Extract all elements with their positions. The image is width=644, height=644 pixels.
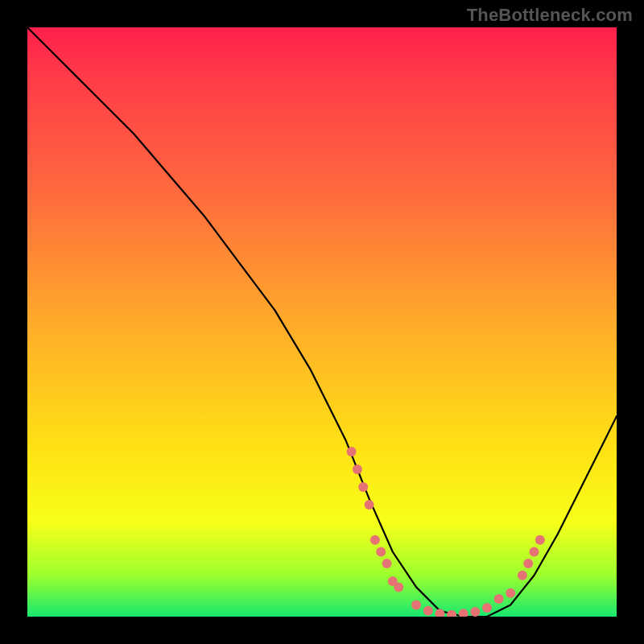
marker-dot: [494, 594, 504, 604]
marker-dot: [394, 582, 403, 592]
marker-dot: [382, 559, 392, 568]
bottleneck-curve: [27, 27, 617, 617]
marker-dot: [435, 609, 444, 617]
chart-stage: TheBottleneck.com: [0, 0, 644, 644]
marker-dot: [482, 603, 492, 613]
marker-dot: [506, 588, 515, 598]
watermark-text: TheBottleneck.com: [467, 5, 633, 26]
marker-dot: [518, 571, 527, 580]
marker-dot: [447, 610, 456, 617]
marker-dot: [535, 535, 545, 545]
plot-area: [27, 27, 617, 617]
marker-dot: [459, 609, 469, 617]
marker-dot: [370, 535, 380, 545]
marker-dot: [365, 500, 374, 510]
data-markers: [347, 447, 545, 617]
marker-dot: [423, 606, 433, 616]
marker-dot: [523, 559, 533, 568]
marker-dot: [411, 600, 421, 609]
marker-dot: [358, 482, 368, 492]
marker-dot: [376, 547, 386, 557]
marker-dot: [353, 464, 362, 474]
chart-svg: [27, 27, 617, 617]
marker-dot: [530, 547, 539, 557]
marker-dot: [347, 447, 357, 456]
marker-dot: [470, 607, 480, 617]
